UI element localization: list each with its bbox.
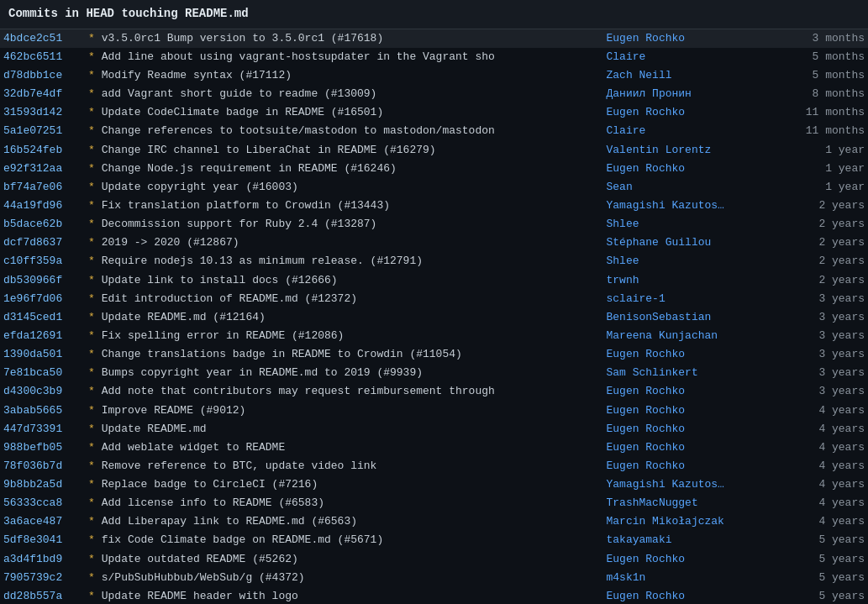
table-row[interactable]: 7905739c2*s/PubSubHubbub/WebSub/g (#4372…	[0, 569, 868, 587]
commit-hash[interactable]: d78dbb1ce	[0, 66, 85, 85]
table-row[interactable]: b5dace62b*Decommission support for Ruby …	[0, 215, 868, 234]
commit-message[interactable]: Fix spelling error in README (#12086)	[98, 327, 603, 345]
table-row[interactable]: dd28b557a*Update README header with logo…	[0, 587, 868, 604]
commit-message[interactable]: 2019 -> 2020 (#12867)	[98, 234, 603, 252]
table-row[interactable]: 3abab5665*Improve README (#9012)Eugen Ro…	[0, 402, 868, 420]
commit-hash[interactable]: 16b524feb	[0, 141, 85, 160]
commit-hash[interactable]: 31593d142	[0, 103, 85, 122]
commit-message[interactable]: Add note that contributors may request r…	[98, 382, 603, 401]
table-row[interactable]: 1390da501*Change translations badge in R…	[0, 345, 868, 364]
table-row[interactable]: 16b524feb*Change IRC channel to LiberaCh…	[0, 141, 868, 160]
commit-hash[interactable]: dd28b557a	[0, 587, 85, 604]
commit-message[interactable]: Update link to install docs (#12666)	[98, 271, 603, 290]
commit-author[interactable]: Zach Neill	[603, 66, 773, 85]
commit-hash[interactable]: 78f036b7d	[0, 457, 85, 475]
commit-author[interactable]: BenisonSebastian	[603, 308, 773, 327]
commit-hash[interactable]: e92f312aa	[0, 160, 85, 178]
commit-message[interactable]: Update README.md	[98, 420, 603, 439]
commit-message[interactable]: Update README header with logo	[98, 587, 603, 604]
table-row[interactable]: e92f312aa*Change Node.js requirement in …	[0, 160, 868, 178]
commit-hash[interactable]: 3abab5665	[0, 402, 85, 420]
commit-hash[interactable]: c10ff359a	[0, 252, 85, 270]
commit-message[interactable]: Update CodeClimate badge in README (#165…	[98, 103, 603, 122]
commit-message[interactable]: Add weblate widget to README	[98, 439, 603, 457]
commit-author[interactable]: Eugen Rochko	[603, 402, 773, 420]
commit-hash[interactable]: 462bc6511	[0, 48, 85, 66]
table-row[interactable]: d78dbb1ce*Modify Readme syntax (#17112)Z…	[0, 66, 868, 85]
commit-hash[interactable]: bf74a7e06	[0, 178, 85, 197]
table-row[interactable]: bf74a7e06*Update copyright year (#16003)…	[0, 178, 868, 197]
table-row[interactable]: 4bdce2c51*v3.5.0rc1 Bump version to 3.5.…	[0, 29, 868, 48]
commit-author[interactable]: Sean	[603, 178, 773, 197]
commit-hash[interactable]: 447d73391	[0, 420, 85, 439]
commit-author[interactable]: Mareena Kunjachan	[603, 327, 773, 345]
commit-message[interactable]: Require nodejs 10.13 as minimum release.…	[98, 252, 603, 270]
commit-hash[interactable]: 4bdce2c51	[0, 29, 85, 48]
commit-author[interactable]: Shlee	[603, 252, 773, 270]
commit-author[interactable]: sclaire-1	[603, 290, 773, 308]
commit-message[interactable]: add Vagrant short guide to readme (#1300…	[98, 85, 603, 103]
commit-message[interactable]: Add Liberapay link to README.md (#6563)	[98, 512, 603, 531]
commit-author[interactable]: Yamagishi Kazutos…	[603, 475, 773, 494]
commit-author[interactable]: Eugen Rochko	[603, 420, 773, 439]
table-row[interactable]: 9b8bb2a5d*Replace badge to CircleCI (#72…	[0, 475, 868, 494]
table-row[interactable]: a3d4f1bd9*Update outdated README (#5262)…	[0, 550, 868, 569]
commit-message[interactable]: s/PubSubHubbub/WebSub/g (#4372)	[98, 569, 603, 587]
commit-author[interactable]: Eugen Rochko	[603, 587, 773, 604]
commit-hash[interactable]: 32db7e4df	[0, 85, 85, 103]
commit-message[interactable]: Edit introduction of README.md (#12372)	[98, 290, 603, 308]
table-row[interactable]: 3a6ace487*Add Liberapay link to README.m…	[0, 512, 868, 531]
table-row[interactable]: 31593d142*Update CodeClimate badge in RE…	[0, 103, 868, 122]
commit-message[interactable]: Update copyright year (#16003)	[98, 178, 603, 197]
commit-author[interactable]: Даниил Пронин	[603, 85, 773, 103]
commit-author[interactable]: TrashMacNugget	[603, 494, 773, 512]
commit-message[interactable]: Change references to tootsuite/mastodon …	[98, 122, 603, 140]
commit-author[interactable]: Eugen Rochko	[603, 439, 773, 457]
commit-hash[interactable]: 988befb05	[0, 439, 85, 457]
commit-hash[interactable]: 7905739c2	[0, 569, 85, 587]
commit-message[interactable]: Fix translation platform to Crowdin (#13…	[98, 197, 603, 215]
commit-message[interactable]: Replace badge to CircleCI (#7216)	[98, 475, 603, 494]
commit-message[interactable]: Remove reference to BTC, update video li…	[98, 457, 603, 475]
commit-author[interactable]: Eugen Rochko	[603, 550, 773, 569]
commit-author[interactable]: Valentin Lorentz	[603, 141, 773, 160]
commit-message[interactable]: Change IRC channel to LiberaChat in READ…	[98, 141, 603, 160]
commit-author[interactable]: Sam Schlinkert	[603, 364, 773, 382]
commit-author[interactable]: Eugen Rochko	[603, 382, 773, 401]
commit-hash[interactable]: 5a1e07251	[0, 122, 85, 140]
table-row[interactable]: d3145ced1*Update README.md (#12164)Benis…	[0, 308, 868, 327]
table-row[interactable]: 5df8e3041*fix Code Climate badge on READ…	[0, 531, 868, 549]
commit-message[interactable]: Decommission support for Ruby 2.4 (#1328…	[98, 215, 603, 234]
commit-hash[interactable]: b5dace62b	[0, 215, 85, 234]
commit-author[interactable]: Marcin Mikołajczak	[603, 512, 773, 531]
commit-author[interactable]: Eugen Rochko	[603, 160, 773, 178]
commit-hash[interactable]: 3a6ace487	[0, 512, 85, 531]
table-row[interactable]: c10ff359a*Require nodejs 10.13 as minimu…	[0, 252, 868, 270]
commit-message[interactable]: Change Node.js requirement in README (#1…	[98, 160, 603, 178]
commit-message[interactable]: Update README.md (#12164)	[98, 308, 603, 327]
commit-message[interactable]: Add line about using vagrant-hostsupdate…	[98, 48, 603, 66]
commit-hash[interactable]: efda12691	[0, 327, 85, 345]
table-row[interactable]: 56333cca8*Add license info to README (#6…	[0, 494, 868, 512]
commit-hash[interactable]: 1390da501	[0, 345, 85, 364]
commit-author[interactable]: trwnh	[603, 271, 773, 290]
commit-author[interactable]: takayamaki	[603, 531, 773, 549]
commit-message[interactable]: fix Code Climate badge on README.md (#56…	[98, 531, 603, 549]
table-row[interactable]: 462bc6511*Add line about using vagrant-h…	[0, 48, 868, 66]
commit-author[interactable]: Eugen Rochko	[603, 457, 773, 475]
commit-message[interactable]: Change translations badge in README to C…	[98, 345, 603, 364]
commit-author[interactable]: Yamagishi Kazutos…	[603, 197, 773, 215]
table-row[interactable]: db530966f*Update link to install docs (#…	[0, 271, 868, 290]
commit-author[interactable]: Shlee	[603, 215, 773, 234]
commit-author[interactable]: m4sk1n	[603, 569, 773, 587]
commit-message[interactable]: Improve README (#9012)	[98, 402, 603, 420]
table-row[interactable]: 988befb05*Add weblate widget to READMEEu…	[0, 439, 868, 457]
commit-hash[interactable]: d4300c3b9	[0, 382, 85, 401]
commit-hash[interactable]: 9b8bb2a5d	[0, 475, 85, 494]
commit-message[interactable]: Update outdated README (#5262)	[98, 550, 603, 569]
commit-message[interactable]: Modify Readme syntax (#17112)	[98, 66, 603, 85]
table-row[interactable]: d4300c3b9*Add note that contributors may…	[0, 382, 868, 401]
table-row[interactable]: 7e81bca50*Bumps copyright year in README…	[0, 364, 868, 382]
commit-author[interactable]: Stéphane Guillou	[603, 234, 773, 252]
table-row[interactable]: 447d73391*Update README.mdEugen Rochko4 …	[0, 420, 868, 439]
